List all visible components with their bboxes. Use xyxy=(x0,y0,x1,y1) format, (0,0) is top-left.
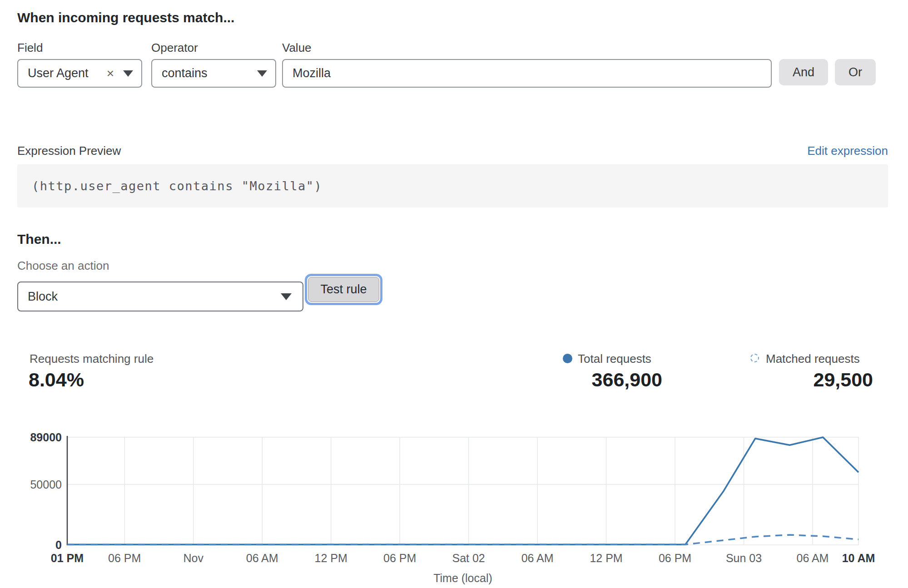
value-label: Value xyxy=(282,41,312,55)
operator-label: Operator xyxy=(151,41,198,55)
x-tick-label: Nov xyxy=(183,552,203,564)
action-select-value: Block xyxy=(28,290,281,304)
chevron-down-icon xyxy=(123,70,133,77)
y-tick-label: 50000 xyxy=(30,478,62,491)
then-heading: Then... xyxy=(17,232,61,247)
test-rule-focus-ring: Test rule xyxy=(305,274,382,305)
requests-chart: 0500008900001 PM06 PMNov06 AM12 PM06 PMS… xyxy=(0,422,908,588)
matching-rule-label: Requests matching rule xyxy=(30,352,154,366)
chevron-down-icon xyxy=(281,293,292,300)
and-button[interactable]: And xyxy=(779,59,828,85)
y-tick-label: 89000 xyxy=(30,431,62,444)
expression-preview-box: (http.user_agent contains "Mozilla") xyxy=(17,164,888,208)
x-tick-label: 06 PM xyxy=(659,552,691,564)
x-tick-label: 06 AM xyxy=(521,552,554,564)
matched-requests-legend-icon xyxy=(750,354,759,362)
field-label: Field xyxy=(17,41,43,55)
x-tick-label: 12 PM xyxy=(315,552,347,564)
field-select-value: User Agent xyxy=(28,66,107,80)
x-tick-label: 01 PM xyxy=(51,552,84,564)
total-requests-label: Total requests xyxy=(578,352,651,366)
y-tick-label: 0 xyxy=(55,539,62,551)
expression-preview-label: Expression Preview xyxy=(17,144,121,158)
choose-action-label: Choose an action xyxy=(17,259,109,273)
value-input[interactable] xyxy=(282,59,772,88)
x-tick-label: 06 AM xyxy=(797,552,829,564)
action-select[interactable]: Block xyxy=(17,282,303,311)
edit-expression-link[interactable]: Edit expression xyxy=(807,144,888,158)
matching-rule-value: 8.04% xyxy=(29,369,84,391)
x-tick-label: 06 PM xyxy=(108,552,141,564)
clear-field-icon[interactable]: × xyxy=(107,67,114,80)
x-tick-label: Sun 03 xyxy=(726,552,762,564)
or-button[interactable]: Or xyxy=(835,59,876,85)
operator-select-value: contains xyxy=(162,66,257,80)
chevron-down-icon xyxy=(257,70,267,77)
x-axis-title: Time (local) xyxy=(433,572,492,584)
x-tick-label: 06 PM xyxy=(383,552,416,564)
matched-requests-line xyxy=(67,535,858,545)
total-requests-legend-icon xyxy=(563,354,572,363)
x-tick-label: Sat 02 xyxy=(452,552,485,564)
test-rule-button[interactable]: Test rule xyxy=(308,277,379,302)
total-requests-value: 366,900 xyxy=(592,369,662,391)
operator-select[interactable]: contains xyxy=(151,59,276,88)
total-requests-line xyxy=(67,437,858,544)
x-tick-label: 06 AM xyxy=(246,552,278,564)
field-select[interactable]: User Agent × xyxy=(17,59,142,88)
matched-requests-value: 29,500 xyxy=(813,369,873,391)
matched-requests-label: Matched requests xyxy=(766,352,860,366)
x-tick-label: 10 AM xyxy=(842,552,875,564)
rule-builder-heading: When incoming requests match... xyxy=(17,10,234,25)
x-tick-label: 12 PM xyxy=(590,552,622,564)
expression-code: (http.user_agent contains "Mozilla") xyxy=(17,179,322,193)
